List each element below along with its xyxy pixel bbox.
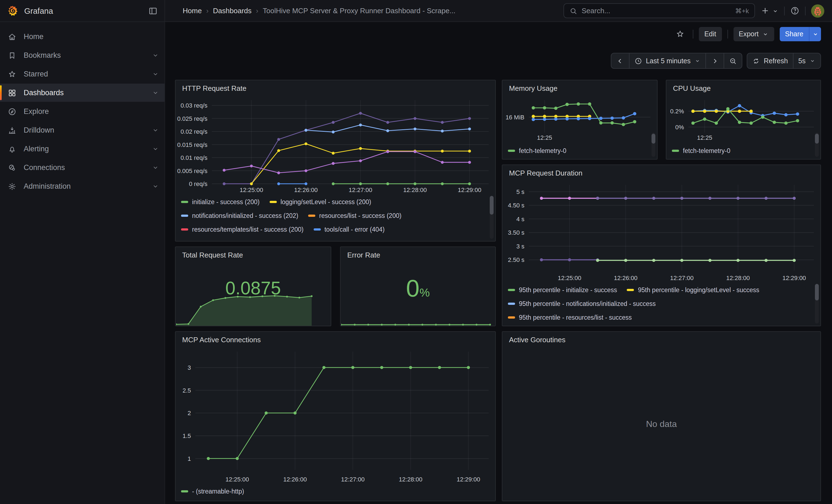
error-rate-value: 0% bbox=[341, 274, 495, 302]
legend-item[interactable]: unknown - success (200) bbox=[360, 240, 442, 240]
legend-item[interactable]: - (streamable-http) bbox=[181, 488, 244, 494]
legend-swatch bbox=[181, 490, 188, 492]
svg-text:12:29:00: 12:29:00 bbox=[458, 187, 482, 193]
avatar[interactable] bbox=[811, 4, 824, 17]
legend-label: tools/call - error (404) bbox=[324, 226, 385, 233]
legend-item[interactable]: tools/list - success (200) bbox=[271, 240, 350, 240]
legend-row: fetch-telemetry-0 bbox=[672, 143, 813, 157]
sidebar-item-bookmarks[interactable]: Bookmarks bbox=[0, 46, 164, 64]
panel-error-rate[interactable]: Error Rate 0% bbox=[340, 246, 496, 326]
legend-item[interactable]: initialize - success (200) bbox=[181, 198, 259, 205]
sidebar-toggle-icon[interactable] bbox=[148, 6, 158, 16]
legend-label: logging/setLevel - success (200) bbox=[280, 198, 371, 205]
legend-item[interactable]: logging/setLevel - success (200) bbox=[269, 198, 371, 205]
share-split-button: Share bbox=[779, 27, 821, 41]
refresh-interval-picker[interactable]: 5s bbox=[793, 53, 821, 68]
share-menu-button[interactable] bbox=[809, 27, 821, 41]
svg-text:12:26:00: 12:26:00 bbox=[614, 274, 638, 282]
legend-item[interactable]: 95th percentile - notifications/initiali… bbox=[508, 300, 656, 307]
brand-name: Grafana bbox=[24, 6, 148, 15]
legend-item[interactable]: fetch-telemetry-0 bbox=[508, 147, 567, 154]
connections-legend: - (streamable-http) bbox=[181, 484, 488, 500]
legend-scrollbar[interactable] bbox=[651, 133, 655, 157]
panel-total-request-rate[interactable]: Total Request Rate 0.0875 bbox=[175, 246, 331, 326]
time-forward-button[interactable] bbox=[705, 53, 724, 68]
breadcrumb-item[interactable]: Dashboards bbox=[213, 7, 252, 15]
legend-item[interactable]: tools/call - error (404) bbox=[313, 226, 385, 233]
svg-text:12:29:00: 12:29:00 bbox=[782, 274, 806, 282]
legend-item[interactable]: resources/templates/list - success (200) bbox=[181, 226, 304, 233]
sidebar-item-alerting[interactable]: Alerting bbox=[0, 140, 164, 158]
legend-label: initialize - success (200) bbox=[192, 198, 259, 205]
panel-cpu-usage[interactable]: CPU Usage 12:250.2%0% fetch-telemetry-0 bbox=[666, 80, 821, 160]
compass-icon bbox=[8, 107, 17, 116]
legend-swatch bbox=[181, 228, 188, 230]
legend-scrollbar[interactable] bbox=[815, 133, 819, 157]
top-header: Grafana Home›Dashboards›ToolHive MCP Ser… bbox=[0, 0, 832, 22]
svg-text:12:25:00: 12:25:00 bbox=[225, 476, 249, 483]
sidebar-item-drilldown[interactable]: Drilldown bbox=[0, 121, 164, 139]
svg-text:12:27:00: 12:27:00 bbox=[348, 187, 372, 193]
export-button[interactable]: Export bbox=[733, 27, 774, 41]
panel-title: HTTP Request Rate bbox=[176, 80, 495, 94]
sidebar-item-dashboards[interactable]: Dashboards bbox=[0, 84, 164, 102]
zoom-out-button[interactable] bbox=[724, 53, 742, 68]
legend-item[interactable]: resources/list - success (200) bbox=[308, 212, 401, 219]
add-button[interactable] bbox=[760, 6, 770, 16]
legend-row: 95th percentile - notifications/initiali… bbox=[508, 297, 813, 310]
refresh-button[interactable]: Refresh bbox=[747, 53, 793, 68]
sidebar-item-administration[interactable]: Administration bbox=[0, 177, 164, 195]
panel-title: MCP Request Duration bbox=[502, 165, 821, 178]
panel-mcp-active-connections[interactable]: MCP Active Connections 12:25:0012:26:001… bbox=[175, 331, 496, 501]
chevron-down-icon bbox=[812, 31, 818, 37]
legend-label: fetch-telemetry-0 bbox=[519, 147, 567, 154]
search-placeholder: Search... bbox=[582, 7, 731, 15]
panel-active-goroutines[interactable]: Active Goroutines No data bbox=[502, 331, 821, 501]
legend-item[interactable]: fetch-telemetry-0 bbox=[672, 147, 730, 154]
legend-row: resources/templates/list - success (200)… bbox=[181, 222, 488, 236]
svg-text:12:29:00: 12:29:00 bbox=[457, 476, 480, 483]
time-range-picker[interactable]: Last 5 minutes bbox=[629, 53, 705, 68]
legend-item[interactable]: 95th percentile - initialize - success bbox=[508, 286, 617, 293]
header-brand-section: Grafana bbox=[0, 0, 165, 22]
edit-button[interactable]: Edit bbox=[699, 27, 722, 41]
panel-title: Total Request Rate bbox=[176, 247, 331, 260]
sidebar-item-explore[interactable]: Explore bbox=[0, 102, 164, 121]
sidebar-item-starred[interactable]: Starred bbox=[0, 65, 164, 83]
star-icon bbox=[8, 70, 17, 78]
legend-item[interactable]: notifications/initialized - success (202… bbox=[181, 212, 298, 219]
legend-label: tools/call - success (200) bbox=[192, 240, 262, 240]
divider bbox=[805, 6, 806, 15]
svg-text:0.2%: 0.2% bbox=[670, 108, 684, 115]
legend-item[interactable]: tools/call - success (200) bbox=[181, 240, 262, 240]
search-input[interactable]: Search... ⌘+k bbox=[564, 3, 755, 18]
svg-text:0.03 req/s: 0.03 req/s bbox=[181, 102, 207, 109]
http-request-rate-chart: 12:25:0012:26:0012:27:0012:28:0012:29:00… bbox=[176, 96, 495, 195]
sidebar-item-home[interactable]: Home bbox=[0, 27, 164, 46]
sidebar-item-connections[interactable]: Connections bbox=[0, 158, 164, 177]
legend-item[interactable]: 95th percentile - logging/setLevel - suc… bbox=[627, 286, 759, 293]
favorite-star-button[interactable] bbox=[673, 27, 687, 41]
chevron-down-icon[interactable] bbox=[772, 7, 779, 14]
legend-item[interactable]: 95th percentile - resources/list - succe… bbox=[508, 314, 632, 320]
sidebar-item-label: Alerting bbox=[24, 145, 145, 153]
time-back-button[interactable] bbox=[611, 53, 629, 68]
svg-text:4 s: 4 s bbox=[516, 216, 524, 222]
memory-legend: fetch-telemetry-0 bbox=[508, 143, 649, 158]
legend-scrollbar[interactable] bbox=[490, 196, 494, 239]
svg-text:12:25: 12:25 bbox=[537, 134, 552, 141]
share-button[interactable]: Share bbox=[779, 27, 809, 41]
svg-text:2.50 s: 2.50 s bbox=[508, 257, 524, 263]
panel-mcp-request-duration[interactable]: MCP Request Duration 12:25:0012:26:0012:… bbox=[502, 164, 821, 326]
panel-http-request-rate[interactable]: HTTP Request Rate 12:25:0012:26:0012:27:… bbox=[175, 80, 496, 242]
legend-label: resources/list - success (200) bbox=[319, 212, 401, 219]
help-icon[interactable] bbox=[790, 6, 800, 16]
legend-scrollbar[interactable] bbox=[815, 284, 819, 323]
dashboard-canvas: Edit Export Share Last 5 minutes bbox=[165, 22, 832, 504]
svg-text:2: 2 bbox=[188, 409, 191, 417]
legend-label: 95th percentile - resources/list - succe… bbox=[519, 314, 632, 320]
svg-text:0.02 req/s: 0.02 req/s bbox=[181, 128, 207, 135]
panel-memory-usage[interactable]: Memory Usage 12:2516 MiB fetch-telemetry… bbox=[502, 80, 657, 160]
breadcrumb-item[interactable]: Home bbox=[183, 7, 202, 15]
svg-text:12:25: 12:25 bbox=[697, 134, 712, 141]
